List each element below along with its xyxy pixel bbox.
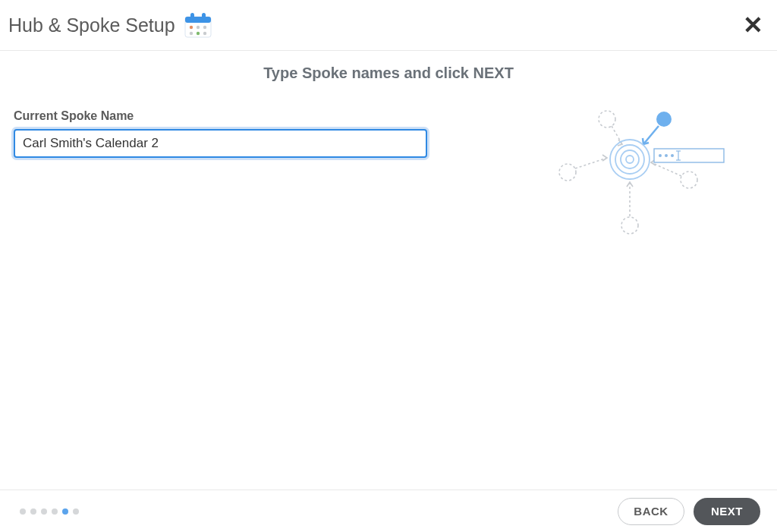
svg-line-19 [643,126,659,144]
svg-point-13 [621,217,638,234]
instruction-text: Type Spoke names and click NEXT [0,65,777,82]
svg-rect-2 [190,13,194,20]
back-button[interactable]: BACK [618,498,684,525]
svg-point-23 [626,156,634,163]
footer-buttons: BACK NEXT [618,498,760,525]
svg-point-26 [665,154,668,157]
modal-footer: BACK NEXT [0,490,777,532]
step-dot [20,508,26,515]
svg-line-16 [575,158,607,168]
svg-point-14 [656,112,672,127]
modal-header: Hub & Spoke Setup ✕ [0,0,777,51]
current-spoke-input[interactable] [14,129,427,158]
svg-point-5 [196,26,199,29]
svg-point-10 [599,111,615,127]
svg-point-12 [681,172,697,188]
svg-point-9 [203,32,206,35]
next-button[interactable]: NEXT [694,498,760,525]
header-left: Hub & Spoke Setup [8,11,213,39]
step-dot [30,508,36,515]
svg-point-8 [196,32,199,35]
svg-point-22 [621,150,639,168]
svg-point-7 [189,32,192,35]
step-dot [73,508,79,515]
svg-rect-1 [185,17,211,23]
svg-point-21 [615,145,644,174]
svg-point-11 [559,164,576,181]
current-spoke-label: Current Spoke Name [14,109,427,123]
svg-point-6 [203,26,206,29]
step-dot-active [62,508,68,515]
svg-point-25 [659,154,662,157]
page-title: Hub & Spoke Setup [8,14,175,36]
svg-rect-24 [654,149,724,162]
step-indicator [20,508,79,515]
form-column: Current Spoke Name [14,109,427,158]
close-icon[interactable]: ✕ [743,13,763,37]
svg-rect-3 [202,13,206,20]
step-dot [52,508,58,515]
svg-point-4 [189,26,192,29]
hub-spoke-illustration-icon [554,100,728,240]
step-dot [41,508,47,515]
calendar-icon [183,11,213,39]
svg-line-17 [651,162,681,176]
svg-point-27 [671,154,674,157]
content-area: Current Spoke Name [0,82,777,240]
illustration-column [458,100,763,240]
